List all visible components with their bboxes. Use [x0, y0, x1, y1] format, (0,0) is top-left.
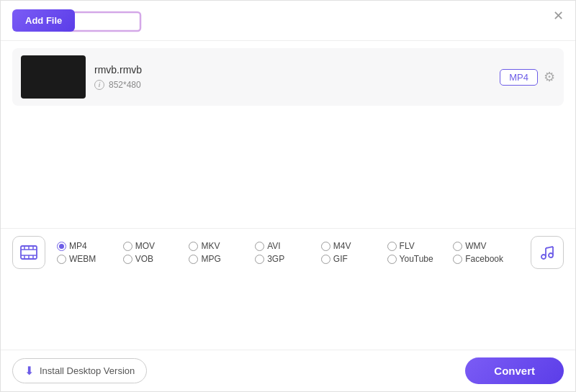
format-option-facebook[interactable]: Facebook — [453, 254, 519, 264]
info-icon: i — [94, 80, 104, 90]
format-label-wmv: WMV — [465, 241, 486, 251]
radio-facebook — [453, 255, 462, 264]
radio-3gp — [255, 255, 264, 264]
film-icon — [20, 245, 37, 260]
download-icon: ⬇ — [24, 364, 34, 378]
format-option-flv[interactable]: FLV — [387, 241, 454, 251]
format-option-youtube[interactable]: YouTube — [387, 254, 454, 264]
radio-mkv — [189, 242, 198, 251]
radio-webm — [57, 255, 66, 264]
format-option-mov[interactable]: MOV — [123, 241, 189, 251]
file-thumbnail — [21, 55, 86, 99]
format-options-grid: MP4 MOV MKV AVI M4V FLV WMV WEBM — [57, 241, 519, 264]
footer: ⬇ Install Desktop Version Convert — [1, 350, 575, 391]
format-option-gif[interactable]: GIF — [321, 254, 387, 264]
format-option-mp4[interactable]: MP4 — [57, 241, 123, 251]
radio-mpg — [189, 255, 198, 264]
file-meta: i 852*480 — [94, 80, 491, 90]
add-file-button[interactable]: Add File — [12, 9, 75, 32]
radio-avi — [255, 242, 264, 251]
format-label-mkv: MKV — [201, 241, 220, 251]
format-label-gif: GIF — [333, 254, 348, 264]
radio-m4v — [321, 242, 330, 251]
settings-icon[interactable]: ⚙ — [544, 69, 555, 85]
svg-point-13 — [541, 255, 546, 259]
format-label-3gp: 3GP — [267, 254, 284, 264]
radio-vob — [123, 255, 132, 264]
file-item: rmvb.rmvb i 852*480 MP4 ⚙ — [12, 48, 564, 106]
format-option-wmv[interactable]: WMV — [453, 241, 519, 251]
format-label-facebook: Facebook — [465, 254, 503, 264]
format-option-3gp[interactable]: 3GP — [255, 254, 321, 264]
close-button[interactable]: ✕ — [553, 9, 564, 22]
format-option-mpg[interactable]: MPG — [189, 254, 255, 264]
format-label-youtube: YouTube — [400, 254, 433, 264]
file-info: rmvb.rmvb i 852*480 — [94, 64, 491, 90]
radio-mov — [123, 242, 132, 251]
install-label: Install Desktop Version — [40, 365, 135, 376]
music-icon — [539, 245, 555, 260]
file-list: rmvb.rmvb i 852*480 MP4 ⚙ — [1, 41, 575, 228]
radio-gif — [321, 255, 330, 264]
format-label-mpg: MPG — [201, 254, 220, 264]
convert-button[interactable]: Convert — [465, 357, 564, 384]
format-label-mp4: MP4 — [69, 241, 87, 251]
format-badge-button[interactable]: MP4 — [500, 69, 538, 86]
radio-wmv — [453, 242, 462, 251]
format-label-avi: AVI — [267, 241, 280, 251]
format-option-m4v[interactable]: M4V — [321, 241, 387, 251]
radio-flv — [387, 242, 397, 251]
file-actions: MP4 ⚙ — [500, 69, 555, 86]
format-selector: MP4 MOV MKV AVI M4V FLV WMV WEBM — [1, 228, 575, 276]
format-option-avi[interactable]: AVI — [255, 241, 321, 251]
format-label-flv: FLV — [400, 241, 415, 251]
header: Add File ✕ — [1, 1, 575, 41]
svg-line-17 — [546, 247, 553, 248]
format-option-webm[interactable]: WEBM — [57, 254, 123, 264]
file-name: rmvb.rmvb — [94, 64, 491, 76]
format-label-mov: MOV — [135, 241, 155, 251]
format-option-vob[interactable]: VOB — [123, 254, 189, 264]
video-format-icon[interactable] — [12, 236, 45, 269]
format-label-m4v: M4V — [333, 241, 351, 251]
svg-point-14 — [549, 253, 553, 257]
radio-mp4 — [57, 242, 66, 251]
install-desktop-button[interactable]: ⬇ Install Desktop Version — [12, 358, 147, 383]
format-option-mkv[interactable]: MKV — [189, 241, 255, 251]
format-label-webm: WEBM — [69, 254, 96, 264]
audio-format-icon[interactable] — [531, 236, 564, 269]
radio-youtube — [387, 255, 397, 264]
format-label-vob: VOB — [135, 254, 153, 264]
file-resolution: 852*480 — [109, 80, 141, 90]
